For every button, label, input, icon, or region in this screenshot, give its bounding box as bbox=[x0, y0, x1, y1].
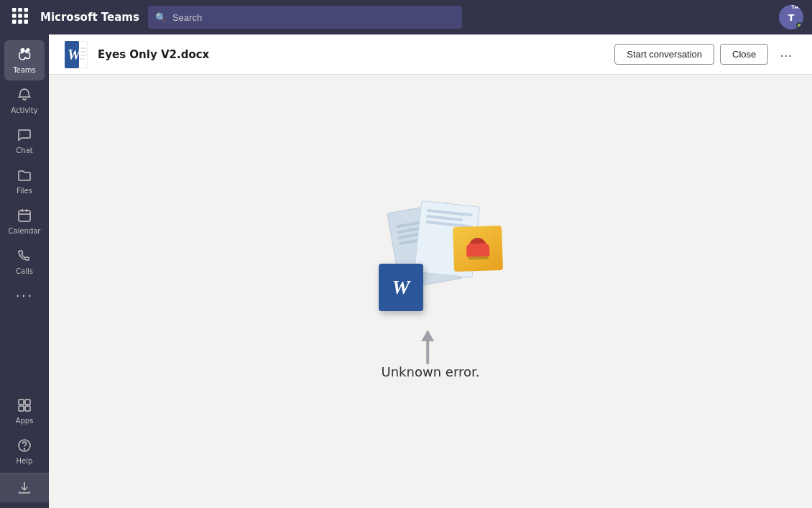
sidebar-item-chat-label: Chat bbox=[16, 147, 32, 155]
start-conversation-button[interactable]: Start conversation bbox=[614, 44, 714, 65]
sidebar: Teams Activity Chat bbox=[0, 34, 49, 508]
svg-rect-5 bbox=[24, 14, 29, 18]
download-button[interactable] bbox=[0, 473, 49, 502]
error-area: W Unknown error. bbox=[49, 75, 812, 508]
avatar[interactable]: T TAP bbox=[779, 5, 803, 29]
sidebar-item-calendar-label: Calendar bbox=[9, 227, 41, 236]
svg-rect-12 bbox=[19, 211, 30, 221]
svg-rect-7 bbox=[18, 20, 22, 24]
svg-rect-18 bbox=[19, 406, 24, 411]
svg-point-11 bbox=[25, 50, 28, 53]
main-layout: Teams Activity Chat bbox=[0, 34, 812, 508]
avatar-initials: T bbox=[788, 12, 795, 23]
more-icon: ··· bbox=[15, 289, 33, 303]
teams-icon bbox=[17, 46, 32, 64]
sidebar-item-more[interactable]: ··· bbox=[4, 283, 45, 309]
sidebar-item-calls[interactable]: Calls bbox=[4, 243, 45, 282]
sidebar-item-help[interactable]: Help bbox=[4, 433, 45, 471]
sidebar-item-chat[interactable]: Chat bbox=[4, 122, 45, 161]
header-actions: Start conversation Close ··· bbox=[614, 43, 798, 66]
sidebar-item-activity-label: Activity bbox=[11, 106, 37, 115]
tap-badge: TAP bbox=[789, 5, 803, 11]
svg-rect-16 bbox=[19, 400, 24, 405]
files-icon bbox=[17, 168, 32, 185]
svg-rect-19 bbox=[25, 406, 30, 411]
topbar: Microsoft Teams 🔍 T TAP bbox=[0, 0, 812, 34]
more-options-button[interactable]: ··· bbox=[774, 43, 798, 66]
sidebar-item-help-label: Help bbox=[17, 457, 33, 466]
search-icon: 🔍 bbox=[155, 12, 167, 23]
sidebar-item-apps[interactable]: Apps bbox=[4, 392, 45, 431]
svg-point-10 bbox=[21, 48, 25, 52]
sidebar-item-files-label: Files bbox=[17, 187, 32, 195]
svg-marker-32 bbox=[421, 330, 434, 341]
grid-icon[interactable] bbox=[9, 8, 32, 27]
calls-icon bbox=[17, 249, 32, 265]
search-input[interactable] bbox=[172, 12, 455, 23]
svg-rect-0 bbox=[12, 8, 17, 12]
bell-icon bbox=[17, 88, 32, 104]
svg-text:W: W bbox=[68, 47, 81, 63]
search-bar[interactable]: 🔍 bbox=[148, 6, 462, 29]
svg-rect-2 bbox=[24, 8, 29, 12]
svg-rect-3 bbox=[12, 14, 17, 18]
svg-point-21 bbox=[24, 449, 25, 450]
file-name: Eyes Only V2.docx bbox=[98, 48, 606, 61]
sidebar-item-apps-label: Apps bbox=[16, 417, 34, 425]
chat-icon bbox=[17, 128, 32, 144]
sidebar-item-teams[interactable]: Teams bbox=[4, 40, 45, 80]
apps-icon bbox=[17, 398, 32, 415]
sidebar-item-files[interactable]: Files bbox=[4, 162, 45, 201]
sidebar-item-calendar[interactable]: Calendar bbox=[4, 203, 45, 241]
word-file-icon: W bbox=[63, 42, 89, 68]
svg-rect-6 bbox=[12, 20, 17, 24]
svg-rect-8 bbox=[24, 20, 29, 24]
sidebar-item-activity[interactable]: Activity bbox=[4, 82, 45, 121]
sidebar-item-teams-label: Teams bbox=[13, 66, 36, 75]
sidebar-item-calls-label: Calls bbox=[16, 267, 33, 276]
svg-rect-1 bbox=[18, 8, 22, 12]
content-area: W Eyes Only V2.docx Start conversation C… bbox=[49, 34, 812, 508]
svg-rect-17 bbox=[25, 400, 30, 405]
help-icon bbox=[17, 438, 32, 455]
calendar-icon bbox=[17, 208, 32, 225]
svg-rect-4 bbox=[18, 14, 22, 18]
error-illustration: W bbox=[359, 203, 502, 333]
close-button[interactable]: Close bbox=[720, 44, 768, 65]
file-header: W Eyes Only V2.docx Start conversation C… bbox=[49, 34, 812, 75]
online-indicator bbox=[796, 22, 803, 29]
app-title: Microsoft Teams bbox=[40, 11, 139, 24]
